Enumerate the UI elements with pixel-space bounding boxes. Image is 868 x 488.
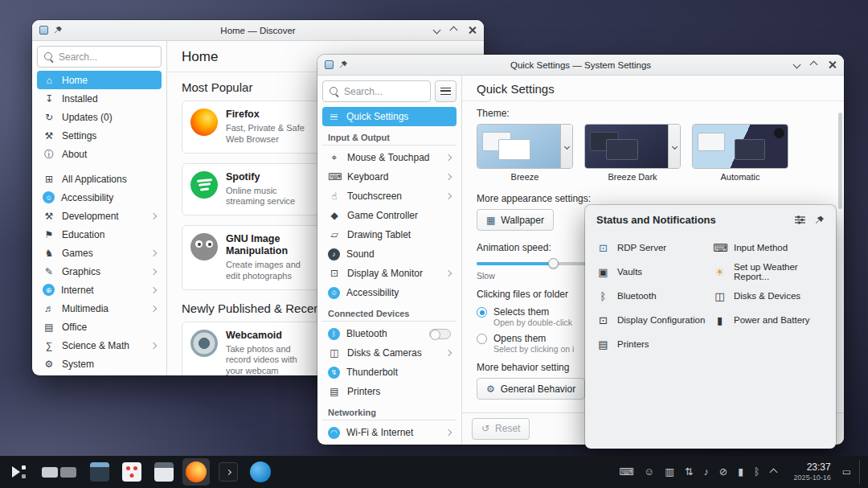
taskbar-task-media-app[interactable] — [118, 458, 145, 486]
sidebar-item-system[interactable]: ⚙System — [37, 355, 162, 373]
tray-item-disks-devices[interactable]: ◫Disks & Devices — [713, 291, 825, 301]
taskbar-task-monitor-app[interactable] — [86, 458, 113, 486]
scrollbar[interactable] — [838, 113, 842, 209]
sidebar-item-sound[interactable]: ♪Sound — [322, 244, 457, 264]
minimize-icon[interactable] — [433, 27, 441, 35]
sidebar-item-printers[interactable]: ▤Printers — [322, 382, 457, 401]
taskbar-task-browser[interactable] — [247, 458, 274, 486]
sidebar-item-education[interactable]: ⚑Education — [37, 225, 162, 244]
battery-tray-icon[interactable]: ▮ — [738, 467, 743, 478]
sidebar-item-label: Internet — [61, 285, 94, 296]
user-tray-icon[interactable]: ☺ — [644, 467, 654, 478]
general-behavior-icon: ⚙ — [486, 384, 495, 394]
sidebar-item-bluetooth[interactable]: ᛒBluetooth — [322, 324, 457, 343]
tray-item-power-battery[interactable]: ▮Power and Battery — [713, 315, 825, 326]
breeze-dark-preview — [585, 125, 668, 168]
sidebar-item-installed[interactable]: ↧Installed — [37, 89, 162, 108]
sidebar-item-accessibility[interactable]: ☺Accessibility — [37, 188, 162, 207]
network-tray-icon[interactable]: ⇅ — [685, 467, 693, 478]
discover-titlebar[interactable]: Home — Discover — [32, 20, 484, 41]
webcamoid-logo — [190, 330, 218, 357]
sidebar-item-graphics[interactable]: ✎Graphics — [37, 262, 162, 281]
app-name: Webcamoid — [226, 330, 305, 342]
tray-item-printers[interactable]: ▤Printers — [596, 339, 708, 350]
tray-item-label: Printers — [617, 339, 649, 349]
close-icon[interactable] — [468, 26, 477, 35]
digital-clock[interactable]: 23:37 2025-10-16 — [794, 461, 831, 482]
desktop[interactable]: Home — Discover Search... ⌂Home ↧Install… — [0, 0, 868, 488]
sidebar-item-about[interactable]: ⓘAbout — [37, 145, 162, 163]
desktop-2-thumbnail[interactable] — [60, 467, 76, 478]
sidebar-item-wifi-internet[interactable]: ◠Wi-Fi & Internet — [322, 423, 457, 442]
minimize-icon[interactable] — [793, 61, 801, 69]
sidebar-item-keyboard[interactable]: ⌨Keyboard — [322, 167, 457, 187]
theme-option-automatic[interactable]: Automatic — [692, 124, 788, 182]
sidebar-item-games[interactable]: ♞Games — [37, 244, 162, 262]
sidebar-item-home[interactable]: ⌂Home — [37, 71, 162, 89]
sidebar-item-multimedia[interactable]: ♬Multimedia — [37, 299, 162, 318]
app-launcher-button[interactable] — [5, 458, 32, 486]
tray-item-vaults[interactable]: ▣Vaults — [596, 267, 708, 277]
sidebar-item-quick-settings[interactable]: Quick Settings — [322, 107, 457, 126]
general-behavior-button[interactable]: ⚙General Behavior — [477, 378, 585, 400]
tray-item-display-configuration[interactable]: ⊡Display Configuration — [596, 315, 708, 326]
settings-titlebar[interactable]: Quick Settings — System Settings — [317, 55, 844, 76]
close-icon[interactable] — [828, 60, 837, 69]
sidebar-item-mouse-touchpad[interactable]: ⌖Mouse & Touchpad — [322, 148, 457, 167]
theme-option-breeze[interactable]: Breeze — [477, 124, 573, 182]
desktop-1-thumbnail[interactable] — [42, 467, 58, 478]
reset-button[interactable]: ↺Reset — [472, 418, 530, 440]
maximize-icon[interactable] — [450, 27, 458, 35]
sidebar-item-settings[interactable]: ⚒Settings — [37, 126, 162, 145]
slider-handle[interactable] — [548, 258, 559, 269]
sidebar-item-science-math[interactable]: ∑Science & Math — [37, 336, 162, 355]
discover-search-input[interactable]: Search... — [37, 46, 162, 68]
peek-at-desktop-button[interactable] — [859, 460, 863, 484]
expand-tray-chevron-up-icon[interactable] — [769, 468, 777, 476]
pin-icon[interactable] — [815, 215, 825, 225]
input-method-tray-icon[interactable]: ⌨ — [619, 467, 633, 478]
sidebar-item-drawing-tablet[interactable]: ▱Drawing Tablet — [322, 225, 457, 244]
display-icon: ⊡ — [328, 269, 341, 278]
sidebar-item-internet[interactable]: ⊕Internet — [37, 281, 162, 299]
pin-icon[interactable] — [339, 60, 348, 69]
breeze-dropdown-button[interactable] — [560, 125, 572, 168]
sidebar-item-thunderbolt[interactable]: ↯Thunderbolt — [322, 363, 457, 382]
sidebar-item-development[interactable]: ⚒Development — [37, 207, 162, 225]
tray-item-input-method[interactable]: ⌨Input Method — [713, 243, 825, 253]
volume-tray-icon[interactable]: ♪ — [703, 467, 708, 478]
taskbar-task-firefox[interactable] — [182, 458, 210, 486]
search-placeholder: Search... — [59, 51, 97, 63]
sidebar-item-all-applications[interactable]: ⊞All Applications — [37, 170, 162, 188]
sidebar-item-display-monitor[interactable]: ⊡Display & Monitor — [322, 264, 457, 283]
window-icon — [39, 26, 48, 35]
bluetooth-toggle[interactable] — [429, 329, 451, 339]
sidebar-item-updates[interactable]: ↻Updates (0) — [37, 108, 162, 126]
sidebar-item-online-accounts[interactable]: ☁Online Accounts — [322, 442, 457, 444]
clipboard-tray-icon[interactable]: ▥ — [665, 467, 674, 478]
sidebar-item-disks-cameras[interactable]: ◫Disks & Cameras — [322, 343, 457, 363]
updates-icon: ↻ — [43, 113, 55, 122]
tray-item-weather[interactable]: ☀Set up Weather Report... — [713, 262, 825, 281]
maximize-icon[interactable] — [810, 61, 818, 69]
breeze-dark-dropdown-button[interactable] — [668, 125, 680, 168]
configure-icon[interactable] — [795, 215, 805, 225]
sidebar-item-touchscreen[interactable]: ☝Touchscreen — [322, 187, 457, 206]
taskbar-task-konsole[interactable] — [215, 458, 242, 486]
hamburger-menu-button[interactable] — [435, 80, 457, 102]
theme-option-breeze-dark[interactable]: Breeze Dark — [584, 124, 681, 182]
pin-icon[interactable] — [54, 26, 63, 35]
settings-search-input[interactable]: Search... — [322, 80, 431, 102]
sidebar-item-office[interactable]: ▤Office — [37, 318, 162, 336]
sidebar-item-game-controller[interactable]: ◆Game Controller — [322, 206, 457, 225]
wallpaper-button[interactable]: ▦Wallpaper — [477, 209, 554, 231]
sidebar-item-accessibility[interactable]: ☺Accessibility — [322, 283, 457, 302]
taskbar-task-window-app[interactable] — [150, 458, 178, 486]
tray-item-rdp-server[interactable]: ⊡RDP Server — [596, 243, 708, 253]
virtual-desktop-pager[interactable] — [42, 467, 76, 478]
tray-item-bluetooth[interactable]: ᛒBluetooth — [596, 291, 708, 301]
microphone-tray-icon[interactable]: ⊘ — [719, 467, 727, 478]
chevron-right-icon — [445, 154, 452, 161]
bluetooth-tray-icon[interactable]: ᛒ — [754, 467, 760, 478]
show-desktop-icon[interactable]: ▭ — [842, 466, 851, 478]
